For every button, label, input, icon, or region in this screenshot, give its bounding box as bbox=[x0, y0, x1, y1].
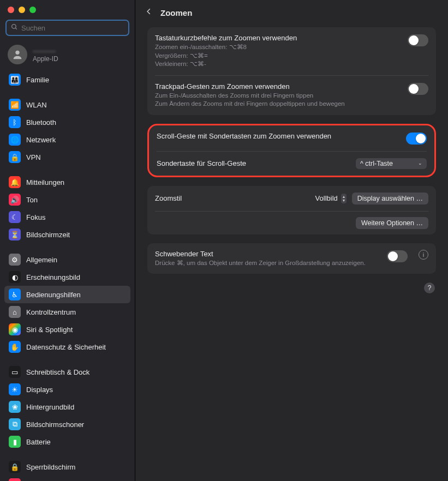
sidebar-item-label: Bedienungshilfen bbox=[26, 291, 81, 299]
svg-line-1 bbox=[15, 28, 17, 29]
sidebar-icon: ⧉ bbox=[9, 418, 21, 430]
sidebar-item-bildschirmzeit[interactable]: ⏳Bildschirmzeit bbox=[4, 226, 130, 243]
scroll-gesture-card-highlighted: Scroll-Geste mit Sondertasten zum Zoomen… bbox=[147, 124, 436, 177]
sidebar-icon: ⏳ bbox=[9, 229, 21, 240]
sidebar-item-label: Bildschirmzeit bbox=[26, 231, 70, 239]
sidebar-icon: 🔒 bbox=[9, 461, 21, 473]
sidebar-icon: ☝︎ bbox=[9, 478, 21, 481]
minimize-window[interactable] bbox=[19, 7, 25, 13]
sidebar-item-label: Kontrollzentrum bbox=[26, 308, 76, 316]
scroll-gesture-title: Scroll-Geste mit Sondertasten zum Zoomen… bbox=[157, 132, 399, 140]
sidebar-icon: ◐ bbox=[9, 271, 21, 283]
sidebar-item-label: Bildschirmschoner bbox=[26, 420, 84, 429]
sidebar-icon: 👨‍👩‍👧 bbox=[9, 74, 21, 86]
sidebar-item-allgemein[interactable]: ⚙︎Allgemein bbox=[4, 251, 130, 268]
hover-text-card: Schwebender Text Drücke ⌘, um das Objekt… bbox=[147, 243, 436, 274]
sidebar-item-label: Netzwerk bbox=[26, 136, 56, 144]
sidebar-item-sperrbildschirm[interactable]: 🔒Sperrbildschirm bbox=[4, 458, 130, 476]
sidebar-item-label: WLAN bbox=[26, 101, 47, 109]
zoom-window[interactable] bbox=[29, 7, 36, 13]
chevron-down-icon: ⌄ bbox=[418, 161, 422, 165]
avatar bbox=[8, 45, 27, 64]
sidebar-item-label: Ton bbox=[26, 196, 38, 204]
sidebar-item-label: Datenschutz & Sicherheit bbox=[26, 343, 106, 351]
help-button[interactable]: ? bbox=[424, 282, 435, 293]
choose-display-button[interactable]: Display auswählen … bbox=[352, 193, 428, 205]
sidebar-icon: ♿︎ bbox=[9, 288, 21, 300]
sidebar-item-label: Siri & Spotlight bbox=[26, 326, 73, 334]
trackpad-zoom-toggle[interactable] bbox=[408, 83, 428, 95]
sidebar-item-hintergrundbild[interactable]: ❀Hintergrundbild bbox=[4, 398, 130, 416]
sidebar-icon: ✋ bbox=[9, 341, 21, 353]
trackpad-zoom-title: Trackpad-Gesten zum Zoomen verwenden bbox=[155, 82, 401, 91]
scroll-gesture-toggle[interactable] bbox=[406, 133, 427, 145]
sidebar-item-label: Fokus bbox=[26, 213, 45, 221]
sidebar-item-kontrollzentrum[interactable]: ⌂Kontrollzentrum bbox=[4, 303, 130, 321]
sidebar-item-ton[interactable]: 🔊Ton bbox=[4, 191, 130, 208]
sidebar-icon: 🌐 bbox=[9, 134, 21, 146]
sidebar-item-bildschirmschoner[interactable]: ⧉Bildschirmschoner bbox=[4, 416, 130, 433]
sidebar-icon: ⚙︎ bbox=[9, 254, 21, 266]
sidebar-item-datenschutz-sicherheit[interactable]: ✋Datenschutz & Sicherheit bbox=[4, 338, 130, 356]
sidebar-item-bedienungshilfen[interactable]: ♿︎Bedienungshilfen bbox=[4, 286, 130, 303]
window-controls bbox=[0, 0, 135, 16]
hover-text-title: Schwebender Text bbox=[155, 250, 380, 258]
modifier-key-select[interactable]: ^ ctrl-Taste ⌄ bbox=[356, 158, 427, 169]
back-button[interactable] bbox=[145, 8, 153, 17]
main-panel: Zoomen Tastaturkurzbefehle zum Zoomen ve… bbox=[135, 0, 448, 481]
hover-text-sub: Drücke ⌘, um das Objekt unter dem Zeiger… bbox=[155, 259, 380, 268]
sidebar-icon: 🔊 bbox=[9, 194, 21, 206]
sidebar-icon: ᛒ bbox=[9, 116, 21, 128]
info-icon[interactable]: i bbox=[419, 250, 428, 260]
sidebar-icon: ☾ bbox=[9, 211, 21, 223]
sidebar-item-label: Batterie bbox=[26, 438, 51, 446]
zoomstyle-label: Zoomstil bbox=[155, 194, 309, 202]
zoomstyle-select[interactable]: Vollbild ▴▾ bbox=[315, 194, 347, 203]
header: Zoomen bbox=[135, 0, 448, 25]
sidebar-item-mitteilungen[interactable]: 🔔Mitteilungen bbox=[4, 173, 130, 191]
keyboard-shortcuts-card: Tastaturkurzbefehle zum Zoomen verwenden… bbox=[147, 27, 436, 115]
sidebar-item-label: Erscheinungsbild bbox=[26, 273, 80, 281]
modifier-key-label: Sondertaste für Scroll-Geste bbox=[157, 159, 349, 167]
sidebar-icon: ❀ bbox=[9, 401, 21, 413]
updown-icon: ▴▾ bbox=[341, 194, 347, 203]
sidebar-item-label: Sperrbildschirm bbox=[26, 463, 75, 471]
sidebar: ——— Apple-ID 👨‍👩‍👧Familie📶WLANᛒBluetooth… bbox=[0, 0, 135, 481]
sidebar-item-label: Hintergrundbild bbox=[26, 403, 74, 411]
sidebar-item-fokus[interactable]: ☾Fokus bbox=[4, 208, 130, 226]
user-name: ——— bbox=[33, 46, 58, 55]
apple-id-row[interactable]: ——— Apple-ID bbox=[0, 41, 135, 71]
sidebar-item-label: Mitteilungen bbox=[26, 178, 64, 187]
user-sub: Apple-ID bbox=[33, 55, 58, 63]
sidebar-item-bluetooth[interactable]: ᛒBluetooth bbox=[4, 113, 130, 131]
sidebar-item-touch-id-passwort[interactable]: ☝︎Touch ID & Passwort bbox=[4, 476, 130, 481]
sidebar-item-label: Allgemein bbox=[26, 256, 57, 264]
sidebar-item-vpn[interactable]: 🔒VPN bbox=[4, 148, 130, 166]
sidebar-item-schreibtisch-dock[interactable]: ▭Schreibtisch & Dock bbox=[4, 363, 130, 381]
sidebar-item-displays[interactable]: ☀︎Displays bbox=[4, 381, 130, 398]
trackpad-zoom-sub: Zum Ein-/Ausschalten des Zooms mit drei … bbox=[155, 92, 401, 109]
search-field[interactable] bbox=[5, 20, 129, 36]
sidebar-item-label: Bluetooth bbox=[26, 118, 56, 127]
zoomstyle-card: Zoomstil Vollbild ▴▾ Display auswählen …… bbox=[147, 186, 436, 235]
sidebar-icon: 🔒 bbox=[9, 151, 21, 163]
kb-zoom-title: Tastaturkurzbefehle zum Zoomen verwenden bbox=[155, 34, 401, 42]
sidebar-item-wlan[interactable]: 📶WLAN bbox=[4, 96, 130, 113]
sidebar-item-batterie[interactable]: ▮Batterie bbox=[4, 433, 130, 450]
modifier-key-value: ^ ctrl-Taste bbox=[360, 160, 393, 167]
kb-zoom-toggle[interactable] bbox=[408, 34, 428, 46]
sidebar-icon: 🔔 bbox=[9, 176, 21, 188]
sidebar-item-netzwerk[interactable]: 🌐Netzwerk bbox=[4, 131, 130, 148]
sidebar-icon: ▮ bbox=[9, 436, 21, 448]
sidebar-item-familie[interactable]: 👨‍👩‍👧Familie bbox=[4, 71, 130, 88]
sidebar-item-siri-spotlight[interactable]: ◉Siri & Spotlight bbox=[4, 321, 130, 338]
sidebar-nav: 👨‍👩‍👧Familie📶WLANᛒBluetooth🌐Netzwerk🔒VPN… bbox=[0, 71, 135, 481]
search-input[interactable] bbox=[21, 24, 124, 32]
sidebar-item-label: Schreibtisch & Dock bbox=[26, 368, 89, 376]
sidebar-item-erscheinungsbild[interactable]: ◐Erscheinungsbild bbox=[4, 268, 130, 286]
more-options-button[interactable]: Weitere Optionen … bbox=[356, 217, 428, 229]
hover-text-toggle[interactable] bbox=[387, 250, 408, 262]
sidebar-item-label: Familie bbox=[26, 76, 49, 84]
sidebar-icon: ☀︎ bbox=[9, 383, 21, 395]
close-window[interactable] bbox=[8, 7, 14, 13]
